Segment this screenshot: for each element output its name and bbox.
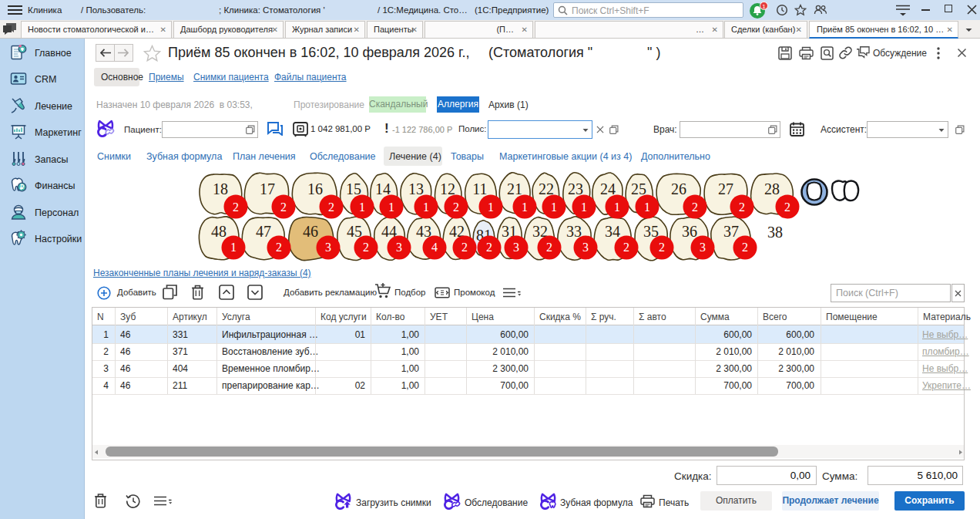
- svg-text:34: 34: [605, 223, 620, 240]
- svg-text:2: 2: [546, 241, 552, 254]
- svg-text:2: 2: [280, 201, 287, 214]
- svg-text:27: 27: [718, 180, 733, 197]
- svg-text:3: 3: [513, 241, 519, 254]
- svg-text:2: 2: [486, 241, 492, 254]
- svg-text:12: 12: [440, 180, 455, 197]
- svg-text:1: 1: [388, 201, 394, 214]
- svg-text:2: 2: [363, 241, 369, 254]
- svg-text:45: 45: [347, 223, 362, 240]
- svg-text:3: 3: [700, 241, 706, 254]
- svg-text:1: 1: [551, 201, 557, 214]
- svg-text:33: 33: [566, 223, 582, 240]
- svg-text:₽: ₽: [20, 184, 25, 191]
- svg-text:25: 25: [631, 180, 646, 197]
- svg-text:11: 11: [472, 180, 487, 197]
- svg-text:13: 13: [408, 180, 424, 197]
- svg-text:17: 17: [260, 180, 275, 197]
- svg-text:36: 36: [682, 223, 697, 240]
- svg-text:1: 1: [581, 201, 587, 214]
- svg-text:3: 3: [396, 241, 402, 254]
- svg-text:3: 3: [582, 241, 589, 254]
- svg-text:38: 38: [767, 224, 783, 241]
- svg-text:1: 1: [614, 201, 620, 214]
- svg-text:3: 3: [325, 241, 331, 254]
- svg-text:2: 2: [453, 201, 459, 214]
- svg-text:24: 24: [600, 180, 616, 197]
- svg-text:1: 1: [359, 201, 365, 214]
- svg-text:16: 16: [307, 180, 323, 197]
- svg-text:26: 26: [671, 180, 686, 197]
- svg-text:2: 2: [692, 201, 698, 214]
- svg-text:2: 2: [623, 241, 629, 254]
- svg-text:23: 23: [568, 180, 583, 197]
- svg-text:1: 1: [644, 201, 650, 214]
- svg-text:14: 14: [375, 180, 391, 197]
- svg-text:2: 2: [784, 201, 790, 214]
- svg-text:28: 28: [764, 180, 780, 197]
- svg-text:1: 1: [423, 201, 429, 214]
- svg-text:37: 37: [723, 223, 739, 240]
- svg-text:2: 2: [742, 241, 748, 254]
- svg-text:1: 1: [230, 241, 237, 254]
- svg-text:2: 2: [328, 201, 334, 214]
- svg-text:22: 22: [539, 180, 554, 197]
- svg-text:1: 1: [522, 201, 528, 214]
- svg-text:18: 18: [213, 180, 228, 197]
- svg-text:47: 47: [256, 223, 271, 240]
- svg-text:2: 2: [659, 241, 665, 254]
- svg-text:21: 21: [507, 180, 522, 197]
- svg-text:15: 15: [346, 180, 361, 197]
- svg-text:2: 2: [739, 201, 745, 214]
- svg-text:2: 2: [461, 241, 468, 254]
- svg-text:1: 1: [762, 3, 766, 10]
- svg-text:48: 48: [211, 223, 227, 240]
- svg-text:4: 4: [431, 241, 438, 254]
- svg-text:46: 46: [303, 223, 318, 240]
- svg-text:2: 2: [276, 241, 282, 254]
- svg-text:1: 1: [488, 201, 494, 214]
- svg-text:2: 2: [233, 201, 239, 214]
